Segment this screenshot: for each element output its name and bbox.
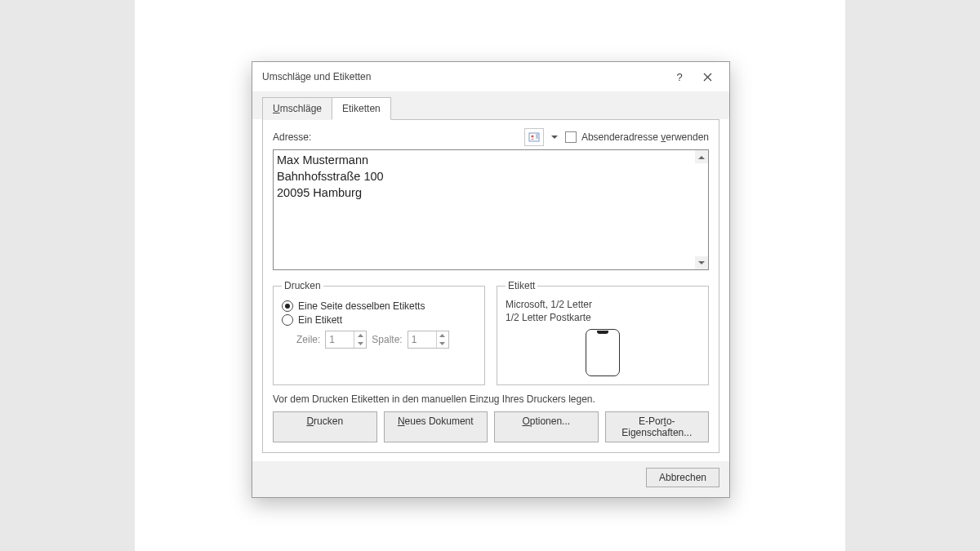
- address-book-button[interactable]: [524, 128, 544, 146]
- eporto-properties-button[interactable]: E-Porto-Eigenschaften...: [605, 411, 710, 442]
- label-info-line2: 1/2 Letter Postkarte: [506, 311, 700, 324]
- use-sender-address-label: Absenderadresse verwenden: [581, 131, 709, 143]
- print-group: Drucken Eine Seite desselben Etiketts Ei…: [273, 280, 485, 385]
- envelopes-and-labels-dialog: Umschläge und Etiketten ? Umschläge Etik…: [252, 61, 730, 498]
- label-preview-icon: [586, 329, 620, 376]
- dialog-footer: Abbrechen: [252, 461, 729, 497]
- spin-up-icon[interactable]: [354, 331, 366, 340]
- radio-full-page-label: Eine Seite desselben Etiketts: [298, 300, 425, 312]
- address-textbox[interactable]: Max Mustermann Bahnhofsstraße 100 20095 …: [273, 149, 709, 270]
- radio-full-page[interactable]: Eine Seite desselben Etiketts: [282, 300, 476, 312]
- spin-down-icon[interactable]: [437, 340, 448, 348]
- dialog-title: Umschläge und Etiketten: [262, 71, 666, 82]
- tab-strip: Umschläge Etiketten: [252, 91, 729, 119]
- tab-envelopes[interactable]: Umschläge: [262, 97, 332, 120]
- cancel-button[interactable]: Abbrechen: [646, 468, 719, 487]
- close-icon: [703, 73, 712, 82]
- radio-single-label[interactable]: Ein Etikett: [282, 314, 476, 326]
- tab-panel-labels: Adresse: Absenderadresse verwenden Max M…: [262, 119, 719, 453]
- row-label: Zeile:: [296, 334, 320, 345]
- help-button[interactable]: ?: [666, 67, 693, 87]
- radio-icon: [282, 314, 293, 326]
- chevron-down-icon: [551, 136, 558, 140]
- use-sender-address-checkbox[interactable]: [565, 131, 577, 143]
- radio-single-label-text: Ein Etikett: [298, 314, 342, 326]
- address-header-row: Adresse: Absenderadresse verwenden: [273, 128, 709, 146]
- row-value: 1: [326, 331, 354, 348]
- spin-down-icon[interactable]: [354, 340, 366, 348]
- radio-icon: [282, 300, 293, 312]
- printer-hint: Vor dem Drucken Etiketten in den manuell…: [273, 393, 709, 405]
- options-button[interactable]: Optionen...: [494, 411, 599, 442]
- dialog-titlebar: Umschläge und Etiketten ?: [252, 62, 729, 91]
- print-button[interactable]: Drucken: [273, 411, 377, 442]
- address-book-icon: [528, 132, 540, 142]
- new-document-button[interactable]: Neues Dokument: [384, 411, 488, 442]
- address-label: Adresse:: [273, 131, 311, 143]
- svg-point-1: [531, 135, 533, 137]
- label-info-line1: Microsoft, 1/2 Letter: [506, 298, 700, 311]
- print-group-legend: Drucken: [282, 280, 323, 291]
- address-dropdown-button[interactable]: [549, 129, 560, 145]
- chevron-down-icon: [698, 261, 705, 265]
- scroll-up-button[interactable]: [695, 150, 708, 163]
- chevron-up-icon: [698, 155, 705, 159]
- column-label: Spalte:: [372, 334, 402, 345]
- scroll-down-button[interactable]: [695, 256, 708, 269]
- address-text-content: Max Mustermann Bahnhofsstraße 100 20095 …: [277, 152, 693, 268]
- action-button-row: Drucken Neues Dokument Optionen... E-Por…: [273, 411, 709, 442]
- column-spinner[interactable]: 1: [408, 331, 449, 349]
- close-button[interactable]: [693, 67, 721, 87]
- single-label-position: Zeile: 1 Spalte: 1: [296, 331, 476, 349]
- row-spinner[interactable]: 1: [325, 331, 367, 349]
- label-group[interactable]: Etikett Microsoft, 1/2 Letter 1/2 Letter…: [497, 280, 709, 385]
- spin-up-icon[interactable]: [437, 331, 448, 340]
- label-group-legend: Etikett: [506, 280, 537, 291]
- tab-labels[interactable]: Etiketten: [332, 97, 391, 120]
- column-value: 1: [408, 331, 436, 348]
